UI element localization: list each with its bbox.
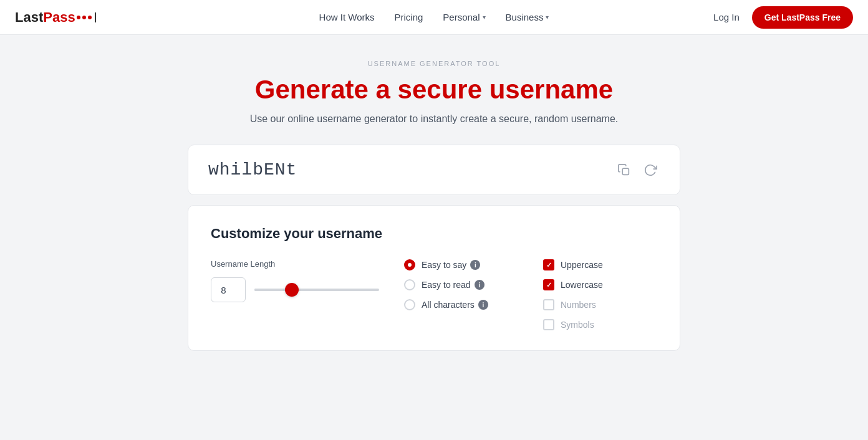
- copy-icon: [617, 163, 631, 177]
- checkbox-numbers-box: [543, 299, 554, 310]
- navbar: LastPass How It Works Pricing Personal ▾…: [0, 0, 868, 35]
- generated-username: whilbENt: [208, 160, 297, 179]
- checkbox-numbers[interactable]: Numbers: [543, 299, 657, 310]
- personal-chevron-icon: ▾: [483, 14, 486, 21]
- checkbox-uppercase[interactable]: Uppercase: [543, 259, 657, 270]
- radio-easy-to-read[interactable]: Easy to read i: [404, 279, 518, 290]
- all-characters-info-icon[interactable]: i: [478, 300, 488, 310]
- length-control: [211, 277, 379, 302]
- tool-label: USERNAME GENERATOR TOOL: [368, 60, 501, 67]
- nav-right: Log In Get LastPass Free: [713, 6, 853, 29]
- length-label: Username Length: [211, 259, 379, 269]
- slider-track: [254, 289, 379, 291]
- nav-link-business[interactable]: Business ▾: [506, 12, 549, 22]
- logo-dot-3: [88, 16, 92, 19]
- checkbox-uppercase-box: [543, 259, 554, 270]
- nav-link-how-it-works[interactable]: How It Works: [319, 12, 375, 22]
- radio-all-characters-circle: [404, 299, 415, 310]
- radio-easy-to-read-label: Easy to read i: [422, 280, 485, 290]
- length-input[interactable]: [211, 277, 246, 302]
- checkbox-numbers-label: Numbers: [561, 300, 596, 310]
- nav-link-personal[interactable]: Personal ▾: [443, 12, 485, 22]
- logo-dots: [77, 12, 96, 22]
- customize-title: Customize your username: [211, 226, 657, 242]
- login-link[interactable]: Log In: [713, 12, 740, 22]
- nav-links: How It Works Pricing Personal ▾ Business…: [319, 12, 549, 22]
- cta-button[interactable]: Get LastPass Free: [752, 6, 853, 29]
- checkbox-lowercase-box: [543, 279, 554, 290]
- page-title: Generate a secure username: [255, 75, 613, 105]
- logo-pass: Pass: [43, 9, 75, 26]
- checkbox-uppercase-label: Uppercase: [561, 260, 603, 270]
- copy-button[interactable]: [615, 161, 634, 179]
- generator-actions: [615, 161, 660, 179]
- radio-easy-to-say-label: Easy to say i: [422, 260, 480, 270]
- radio-all-characters-label: All characters i: [422, 300, 488, 310]
- nav-link-pricing[interactable]: Pricing: [394, 12, 423, 22]
- logo-dot-1: [77, 16, 80, 19]
- options-group: Uppercase Lowercase Numbers Symbols: [543, 259, 657, 330]
- logo-cursor: [95, 12, 96, 22]
- refresh-icon: [644, 163, 657, 177]
- checkbox-lowercase-label: Lowercase: [561, 280, 603, 290]
- radio-easy-to-say[interactable]: Easy to say i: [404, 259, 518, 270]
- generator-card: whilbENt: [188, 145, 680, 195]
- radio-all-characters[interactable]: All characters i: [404, 299, 518, 310]
- checkbox-symbols-box: [543, 319, 554, 330]
- slider-container[interactable]: [254, 284, 379, 296]
- length-section: Username Length: [211, 259, 379, 302]
- refresh-button[interactable]: [641, 161, 660, 179]
- radio-easy-to-say-circle: [404, 259, 415, 270]
- customize-card: Customize your username Username Length: [188, 205, 680, 351]
- easy-to-say-info-icon[interactable]: i: [470, 260, 480, 270]
- slider-thumb[interactable]: [285, 283, 299, 297]
- business-chevron-icon: ▾: [546, 14, 549, 21]
- customize-grid: Username Length Easy to say: [211, 259, 657, 330]
- page-subtitle: Use our online username generator to ins…: [250, 113, 619, 125]
- main-content: USERNAME GENERATOR TOOL Generate a secur…: [0, 35, 868, 363]
- logo[interactable]: LastPass: [15, 9, 96, 26]
- checkbox-symbols[interactable]: Symbols: [543, 319, 657, 330]
- logo-dot-2: [82, 16, 86, 19]
- radio-easy-to-read-circle: [404, 279, 415, 290]
- svg-rect-0: [622, 168, 629, 175]
- checkbox-symbols-label: Symbols: [561, 320, 594, 330]
- checkbox-lowercase[interactable]: Lowercase: [543, 279, 657, 290]
- logo-last: Last: [15, 9, 43, 26]
- easy-to-read-info-icon[interactable]: i: [475, 280, 485, 290]
- character-type-group: Easy to say i Easy to read i All charact…: [404, 259, 518, 310]
